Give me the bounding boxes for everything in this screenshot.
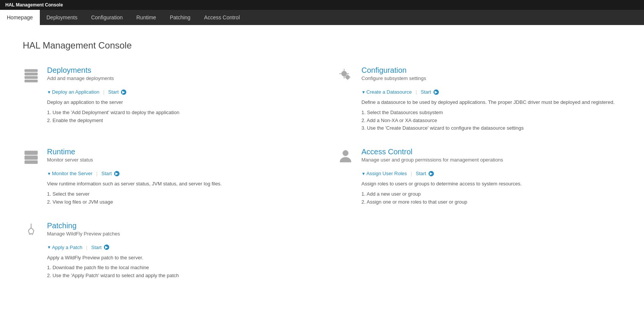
action-divider: | xyxy=(411,171,412,176)
access-control-step-1: Add a new user or group xyxy=(361,190,621,198)
start-circle-icon: ▶ xyxy=(104,245,109,250)
monitor-server-link[interactable]: Monitor the Server xyxy=(52,171,93,176)
action-divider: | xyxy=(96,171,97,176)
start-circle-icon: ▶ xyxy=(114,171,119,176)
configuration-step-2: Add a Non-XA or XA datasource xyxy=(361,117,621,125)
deployments-icon xyxy=(23,67,42,85)
card-access-control-body: Assign roles to users or groups to deter… xyxy=(361,180,621,206)
topbar: HAL Management Console xyxy=(0,0,644,10)
access-control-step-2: Assign one or more roles to that user or… xyxy=(361,198,621,206)
nav-deployments[interactable]: Deployments xyxy=(40,10,85,25)
assign-user-roles-link[interactable]: Assign User Roles xyxy=(366,171,407,176)
card-configuration-subtitle: Configure subsystem settings xyxy=(361,75,426,81)
svg-line-30 xyxy=(30,233,31,235)
start-label: Start xyxy=(91,245,102,250)
create-datasource-link[interactable]: Create a Datasource xyxy=(366,89,412,95)
patching-step-2: Use the 'Apply Patch' wizard to select a… xyxy=(47,272,307,280)
card-deployments-header: Deployments Add and manage deployments xyxy=(23,66,307,85)
svg-line-29 xyxy=(28,231,30,235)
deployments-description: Deploy an application to the server xyxy=(47,99,307,107)
card-runtime-subtitle: Monitor server status xyxy=(47,157,93,163)
card-patching-actions: ▼ Apply a Patch | Start ▶ xyxy=(47,245,307,250)
action-divider: | xyxy=(86,245,87,250)
access-control-icon xyxy=(337,148,356,166)
configuration-icon xyxy=(337,67,356,85)
chevron-down-icon: ▼ xyxy=(47,171,51,176)
nav-access-control[interactable]: Access Control xyxy=(197,10,247,25)
cards-grid: Deployments Add and manage deployments ▼… xyxy=(23,66,621,280)
card-runtime-actions: ▼ Monitor the Server | Start ▶ xyxy=(47,171,307,176)
deployments-step-1: Use the 'Add Deployment' wizard to deplo… xyxy=(47,109,307,117)
patching-description: Apply a WildFly Preview patch to the ser… xyxy=(47,254,307,262)
card-configuration-actions: ▼ Create a Datasource | Start ▶ xyxy=(361,89,621,95)
card-deployments-title[interactable]: Deployments xyxy=(47,66,114,75)
patching-icon xyxy=(23,222,42,240)
card-deployments-title-area: Deployments Add and manage deployments xyxy=(47,66,114,81)
start-circle-icon: ▶ xyxy=(429,171,434,176)
start-label: Start xyxy=(101,171,112,176)
card-access-control-title-area: Access Control Manage user and group per… xyxy=(361,147,503,163)
start-label: Start xyxy=(416,171,426,176)
start-label: Start xyxy=(421,89,431,95)
start-circle-icon: ▶ xyxy=(434,89,439,95)
svg-point-26 xyxy=(343,151,349,156)
patching-step-1: Download the patch file to the local mac… xyxy=(47,264,307,272)
svg-line-28 xyxy=(28,227,31,230)
access-control-start-link[interactable]: Start ▶ xyxy=(416,171,434,176)
runtime-step-2: View log files or JVM usage xyxy=(47,198,307,206)
card-access-control-actions: ▼ Assign User Roles | Start ▶ xyxy=(361,171,621,176)
card-access-control-title[interactable]: Access Control xyxy=(361,147,503,156)
card-access-control-subtitle: Manage user and group permissions for ma… xyxy=(361,157,503,163)
main-nav: Homepage Deployments Configuration Runti… xyxy=(0,10,644,25)
chevron-down-icon: ▼ xyxy=(361,171,366,176)
start-label: Start xyxy=(108,89,118,95)
deployments-step-2: Enable the deployment xyxy=(47,117,307,125)
card-access-control-header: Access Control Manage user and group per… xyxy=(337,147,621,166)
deployments-start-link[interactable]: Start ▶ xyxy=(108,89,126,95)
nav-runtime[interactable]: Runtime xyxy=(129,10,163,25)
page-title: HAL Management Console xyxy=(23,40,621,51)
chevron-down-icon: ▼ xyxy=(47,245,51,249)
card-patching: Patching Manage WildFly Preview patches … xyxy=(23,221,307,280)
action-divider: | xyxy=(416,89,417,95)
card-deployments-subtitle: Add and manage deployments xyxy=(47,75,114,81)
brand-bold: HAL xyxy=(5,2,14,8)
card-access-control: Access Control Manage user and group per… xyxy=(337,147,621,206)
runtime-step-1: Select the server xyxy=(47,190,307,198)
card-configuration-title-area: Configuration Configure subsystem settin… xyxy=(361,66,426,81)
runtime-start-link[interactable]: Start ▶ xyxy=(101,171,119,176)
svg-point-9 xyxy=(343,73,346,75)
start-circle-icon: ▶ xyxy=(121,89,126,95)
card-deployments: Deployments Add and manage deployments ▼… xyxy=(23,66,307,132)
configuration-start-link[interactable]: Start ▶ xyxy=(421,89,438,95)
svg-line-33 xyxy=(31,227,34,230)
card-runtime-title[interactable]: Runtime xyxy=(47,147,93,156)
card-configuration-header: Configuration Configure subsystem settin… xyxy=(337,66,621,85)
svg-point-15 xyxy=(347,77,349,78)
nav-configuration[interactable]: Configuration xyxy=(84,10,129,25)
configuration-steps: Select the Datasources subsystem Add a N… xyxy=(361,109,621,132)
card-patching-title-area: Patching Manage WildFly Preview patches xyxy=(47,221,120,237)
deployments-steps: Use the 'Add Deployment' wizard to deplo… xyxy=(47,109,307,125)
patching-start-link[interactable]: Start ▶ xyxy=(91,245,109,250)
patching-steps: Download the patch file to the local mac… xyxy=(47,264,307,280)
card-patching-subtitle: Manage WildFly Preview patches xyxy=(47,231,120,237)
runtime-description: View runtime information such as server … xyxy=(47,180,307,188)
nav-homepage[interactable]: Homepage xyxy=(0,10,40,25)
card-runtime-body: View runtime information such as server … xyxy=(47,180,307,206)
deploy-application-link[interactable]: Deploy an Application xyxy=(52,89,99,95)
apply-patch-link[interactable]: Apply a Patch xyxy=(52,245,82,250)
card-configuration: Configuration Configure subsystem settin… xyxy=(337,66,621,132)
chevron-down-icon: ▼ xyxy=(361,90,366,94)
svg-line-32 xyxy=(33,231,34,235)
card-patching-title[interactable]: Patching xyxy=(47,221,120,230)
card-deployments-body: Deploy an application to the server Use … xyxy=(47,99,307,124)
nav-patching[interactable]: Patching xyxy=(163,10,197,25)
access-control-description: Assign roles to users or groups to deter… xyxy=(361,180,621,188)
action-divider: | xyxy=(103,89,104,95)
main-content: HAL Management Console xyxy=(0,25,644,295)
card-patching-body: Apply a WildFly Preview patch to the ser… xyxy=(47,254,307,280)
card-configuration-title[interactable]: Configuration xyxy=(361,66,426,75)
card-configuration-body: Define a datasource to be used by deploy… xyxy=(361,99,621,132)
runtime-steps: Select the server View log files or JVM … xyxy=(47,190,307,206)
